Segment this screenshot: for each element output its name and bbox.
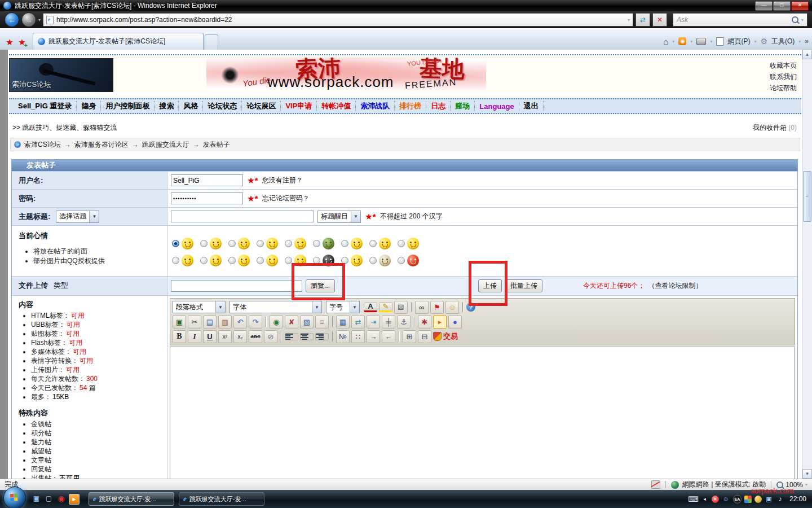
emoticon-option-love[interactable] bbox=[257, 237, 285, 251]
player-orange-icon[interactable]: ▶ bbox=[69, 494, 80, 505]
notepad-icon[interactable]: ⊟ bbox=[418, 330, 431, 343]
minimize-button[interactable]: — bbox=[755, 1, 773, 11]
bold-button[interactable]: B bbox=[173, 330, 186, 343]
emoticon-option-surprise[interactable] bbox=[398, 237, 426, 251]
address-bar[interactable]: http://www.sorpack.com/post.asp?action=n… bbox=[43, 13, 633, 27]
indent-button[interactable]: → bbox=[367, 330, 380, 343]
refresh-button[interactable] bbox=[636, 13, 650, 27]
banner-link[interactable]: 联系我们 bbox=[770, 71, 797, 82]
post-body-textarea[interactable] bbox=[170, 347, 795, 479]
table-icon[interactable]: ▦ bbox=[336, 316, 350, 329]
taskbar-window-button[interactable]: e跳跃服交流大厅-发... bbox=[179, 492, 264, 506]
emoticon-option-doze[interactable] bbox=[369, 237, 398, 251]
switch-windows-icon[interactable]: ▣ bbox=[32, 494, 41, 503]
keyboard-icon[interactable]: ⌨ bbox=[689, 495, 698, 503]
add-favorite-icon[interactable] bbox=[16, 35, 28, 50]
print-icon[interactable] bbox=[696, 38, 706, 45]
tools-menu-dropdown-icon[interactable] bbox=[798, 39, 801, 44]
emoticon-radio[interactable] bbox=[200, 240, 208, 247]
insert-row-icon[interactable]: ⇄ bbox=[351, 316, 365, 329]
emoticon-radio[interactable] bbox=[369, 240, 377, 247]
emoticon-option-smile[interactable] bbox=[172, 237, 200, 251]
emoticon-option-shock[interactable] bbox=[341, 237, 369, 251]
strikethrough-button[interactable]: ABC bbox=[249, 330, 262, 343]
paste-icon[interactable]: ▥ bbox=[218, 316, 232, 329]
nav-item[interactable]: 隐身 bbox=[77, 101, 101, 111]
home-dropdown-icon[interactable] bbox=[672, 39, 674, 44]
search-box[interactable]: Ask bbox=[673, 13, 807, 27]
forward-button[interactable] bbox=[21, 12, 36, 27]
split-cell-icon[interactable]: ╪ bbox=[382, 316, 395, 329]
emoticon-option-wail[interactable] bbox=[257, 253, 285, 268]
font-family-select[interactable]: 字体 bbox=[230, 301, 322, 313]
zoom-dropdown-icon[interactable] bbox=[805, 482, 807, 487]
nav-item[interactable]: 退出 bbox=[519, 101, 544, 111]
nav-item[interactable]: VIP申请 bbox=[281, 101, 317, 111]
volume-icon[interactable]: ♪ bbox=[776, 495, 784, 503]
highlight-icon[interactable]: ✎ bbox=[379, 303, 392, 312]
emoticon-radio[interactable] bbox=[341, 240, 348, 247]
banner-link[interactable]: 收藏本页 bbox=[770, 60, 797, 71]
copy-icon[interactable]: ▤ bbox=[203, 316, 217, 329]
forum-logo-image[interactable]: 索沛CS论坛 bbox=[9, 58, 113, 92]
taskbar-window-button[interactable]: e跳跃服交流大厅-发... bbox=[89, 492, 174, 506]
align-center-button[interactable] bbox=[300, 333, 314, 340]
gear-icon[interactable] bbox=[760, 37, 767, 46]
outdent-button[interactable]: ← bbox=[382, 330, 395, 343]
superscript-button[interactable]: x² bbox=[218, 330, 232, 343]
security-alert-icon[interactable]: ✕ bbox=[712, 496, 719, 503]
nav-item[interactable]: 搜索 bbox=[155, 101, 179, 111]
chevron-down-icon[interactable] bbox=[215, 301, 225, 313]
image-icon[interactable]: ▧ bbox=[300, 316, 314, 329]
nav-item[interactable]: 用户控制面板 bbox=[101, 101, 155, 111]
emoticon-radio[interactable] bbox=[398, 240, 405, 247]
redo-icon[interactable]: ↷ bbox=[249, 316, 262, 329]
underline-button[interactable]: U bbox=[203, 330, 217, 343]
page-menu-dropdown-icon[interactable] bbox=[754, 39, 756, 44]
tab-active[interactable]: 跳跃服交流大厅-发表帖子[索沛CS论坛] bbox=[33, 33, 204, 50]
emoticon-option-glare[interactable] bbox=[200, 253, 228, 268]
rss-dropdown-icon[interactable] bbox=[690, 39, 692, 44]
path-item[interactable]: 跳跃服交流大厅 bbox=[142, 141, 189, 148]
nav-item[interactable]: 日志 bbox=[426, 101, 451, 111]
emoticon-radio[interactable] bbox=[228, 240, 236, 247]
emoticon-radio[interactable] bbox=[313, 240, 320, 247]
more-commands-icon[interactable] bbox=[805, 37, 809, 45]
topic-select[interactable]: 选择话题 bbox=[56, 211, 99, 223]
align-right-button[interactable] bbox=[315, 333, 329, 340]
fullscreen-icon[interactable]: ▣ bbox=[173, 316, 186, 329]
horizontal-rule-icon[interactable]: ≡ bbox=[315, 316, 329, 329]
nav-item[interactable]: Language bbox=[475, 102, 519, 111]
emoticon-option-snicker[interactable] bbox=[200, 237, 228, 251]
ea-icon[interactable]: EA bbox=[733, 495, 742, 503]
nav-item[interactable]: 索沛战队 bbox=[356, 101, 395, 111]
vertical-scrollbar[interactable] bbox=[802, 50, 812, 479]
forum-limit-link[interactable]: （查看论坛限制） bbox=[648, 281, 702, 291]
emoticon-option-rage[interactable] bbox=[398, 253, 426, 268]
home-icon[interactable] bbox=[663, 37, 668, 46]
anchor-icon[interactable]: ⚓ bbox=[397, 316, 411, 329]
batch-upload-button[interactable]: 批量上传 bbox=[505, 279, 542, 292]
tools-menu[interactable]: 工具(O) bbox=[771, 37, 795, 46]
emoticon-radio[interactable] bbox=[285, 240, 292, 247]
close-button[interactable]: ✕ bbox=[791, 1, 809, 11]
find-icon[interactable]: ∞ bbox=[415, 301, 429, 314]
media-player-icon[interactable]: ◉ bbox=[56, 494, 66, 503]
new-tab-stub[interactable] bbox=[205, 34, 218, 50]
history-dropdown-icon[interactable] bbox=[38, 17, 41, 23]
gold-badge-icon[interactable] bbox=[754, 496, 762, 503]
translate-icon[interactable]: ⚑ bbox=[430, 301, 444, 314]
nav-item[interactable]: 赌场 bbox=[451, 101, 475, 111]
upload-file-input[interactable] bbox=[171, 280, 302, 292]
network-icon[interactable]: ▣ bbox=[765, 495, 773, 503]
emoticon-radio[interactable] bbox=[257, 240, 264, 247]
chevron-down-icon[interactable] bbox=[351, 211, 360, 222]
nav-item[interactable]: Sell_PiG 重登录 bbox=[14, 101, 77, 111]
favorites-icon[interactable] bbox=[3, 35, 16, 50]
title-input[interactable] bbox=[171, 211, 314, 222]
ordered-list-button[interactable]: № bbox=[336, 330, 350, 343]
nav-item[interactable]: 论坛展区 bbox=[242, 101, 281, 111]
chevron-down-icon[interactable] bbox=[312, 301, 321, 313]
path-item[interactable]: 索沛CS论坛 bbox=[24, 141, 61, 148]
emoticon-option-soldier[interactable] bbox=[313, 237, 341, 251]
